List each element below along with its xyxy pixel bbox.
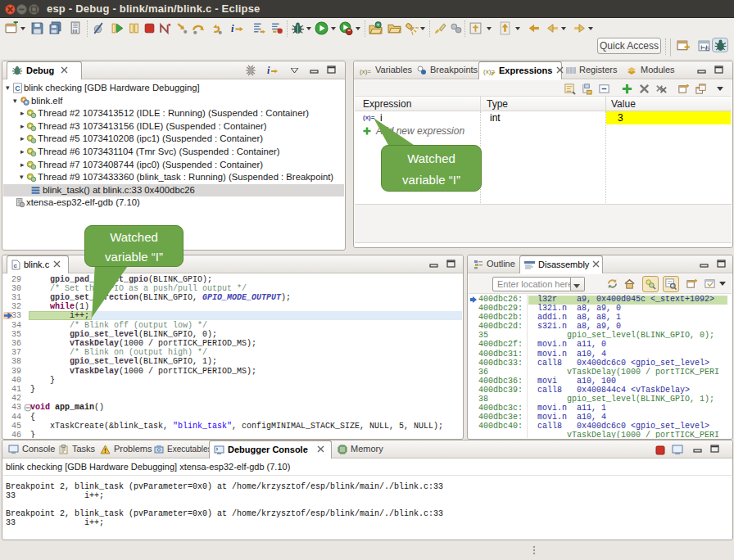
svg-text:c: c [14,262,18,269]
svg-text:G: G [705,45,710,52]
svg-text:i: i [231,23,234,34]
svg-text:i: i [267,65,270,76]
svg-text:(x)=: (x)= [360,68,371,75]
svg-text:C: C [15,84,20,93]
